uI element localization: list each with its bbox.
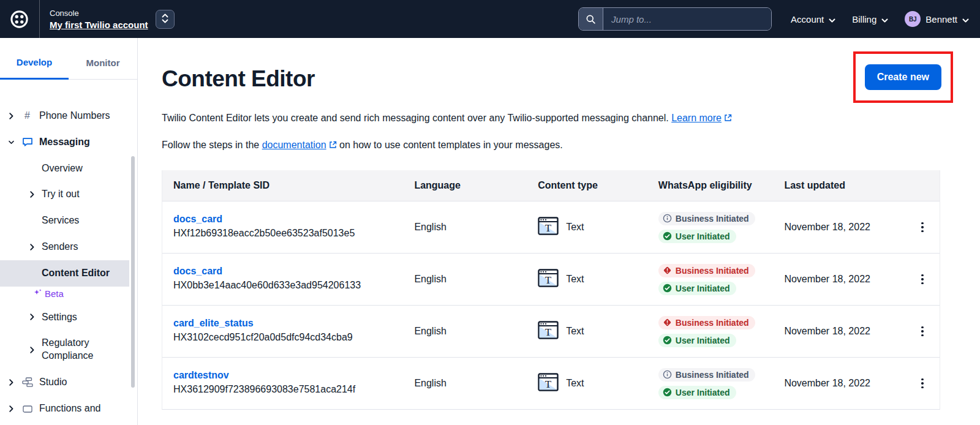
table-body: docs_card HXf12b69318eacc2b50ee63523af50… [162, 201, 940, 409]
template-name-link[interactable]: docs_card [173, 214, 222, 224]
user-initiated-badge: User Initiated [658, 334, 736, 347]
table-header-row: Name / Template SID Language Content typ… [162, 170, 940, 201]
name-sid-cell: card_elite_status HX3102cecd951cf20a0d5d… [162, 318, 403, 344]
template-name-link[interactable]: cardtestnov [173, 370, 229, 380]
tab-monitor[interactable]: Monitor [69, 38, 137, 79]
table-row: cardtestnov HX3612909f723896693083e7581a… [162, 357, 940, 409]
main-content: Create new Content Editor Twilio Content… [138, 38, 980, 425]
last-updated-cell: November 18, 2022 [773, 378, 905, 389]
badge-label: Business Initiated [676, 266, 749, 276]
sidebar-item-label: Regulatory Compliance [42, 337, 121, 363]
check-circle-icon [663, 388, 672, 397]
chevron-right-icon [29, 244, 35, 250]
alert-diamond-icon [663, 318, 672, 327]
sidebar-item-label: Settings [42, 311, 77, 324]
avatar: BJ [905, 11, 921, 27]
account-block: Console My first Twilio account [50, 9, 148, 30]
whatsapp-eligibility-cell: Business Initiated User Initiated [647, 361, 774, 407]
column-header: WhatsApp eligibility [647, 170, 774, 201]
console-label: Console [50, 9, 148, 18]
search-input[interactable] [603, 8, 771, 30]
badge-label: Business Initiated [676, 370, 749, 380]
template-sid: HX0bb3e14aac40e60d633e3ad954206133 [173, 279, 377, 292]
sidebar-item-content-editor[interactable]: Content Editor [0, 260, 129, 287]
business-initiated-badge: Business Initiated [658, 316, 755, 329]
account-name-link[interactable]: My first Twilio account [50, 20, 148, 30]
sidebar-item-services[interactable]: Services [0, 208, 129, 234]
row-actions-cell [905, 271, 940, 288]
badge-label: Business Initiated [676, 214, 749, 224]
sidebar-item-label: Services [42, 214, 79, 227]
intro-paragraph-2: Follow the steps in the documentation on… [162, 138, 980, 153]
alert-diamond-icon [663, 266, 672, 275]
column-header: Last updated [773, 170, 905, 201]
last-updated-cell: November 18, 2022 [773, 326, 905, 337]
check-circle-icon [663, 231, 672, 241]
whatsapp-eligibility-cell: Business Initiated User Initiated [647, 205, 774, 250]
sidebar-item-functions[interactable]: Functions and [0, 396, 129, 422]
template-name-link[interactable]: docs_card [173, 266, 222, 276]
name-sid-cell: cardtestnov HX3612909f723896693083e7581a… [162, 370, 403, 396]
chevron-down-icon [881, 14, 888, 24]
sidebar-item-overview[interactable]: Overview [0, 156, 129, 182]
chevron-right-icon [29, 314, 35, 320]
table-row: docs_card HX0bb3e14aac40e60d633e3ad95420… [162, 253, 940, 305]
sidebar-item-try-it-out[interactable]: Try it out [0, 181, 129, 208]
documentation-label: documentation [262, 140, 326, 150]
template-name-link[interactable]: card_elite_status [173, 318, 254, 328]
kebab-menu-icon[interactable] [918, 219, 927, 236]
sidebar-item-regulatory-compliance[interactable]: Regulatory Compliance [0, 330, 129, 369]
sidebar-item-label: Messaging [39, 136, 90, 149]
content-type-cell: T Text [527, 217, 647, 238]
svg-text:T: T [545, 326, 552, 338]
chat-icon [21, 137, 33, 147]
external-link-icon [329, 138, 337, 153]
sidebar-tabs: Develop Monitor [0, 38, 137, 80]
billing-menu-button[interactable]: Billing [852, 14, 888, 24]
text-content-icon: T [538, 217, 559, 238]
kebab-menu-icon[interactable] [918, 323, 927, 340]
billing-menu-label: Billing [852, 14, 876, 24]
account-menu-button[interactable]: Account [791, 14, 835, 24]
template-sid: HXf12b69318eacc2b50ee63523af5013e5 [173, 227, 377, 240]
check-circle-icon [663, 336, 672, 345]
hash-icon: # [21, 110, 33, 121]
content-type-cell: T Text [527, 321, 647, 342]
text-content-icon: T [538, 269, 559, 290]
badge-label: User Initiated [676, 336, 730, 345]
studio-icon [21, 377, 33, 387]
table-row: card_elite_status HX3102cecd951cf20a0d5d… [162, 305, 940, 357]
sidebar-item-settings[interactable]: Settings [0, 304, 129, 331]
learn-more-label: Learn more [671, 113, 722, 123]
language-cell: English [403, 326, 527, 337]
tab-develop[interactable]: Develop [0, 38, 69, 80]
user-menu-button[interactable]: BJ Bennett [905, 11, 969, 27]
sidebar-item-studio[interactable]: Studio [0, 369, 129, 396]
svg-text:T: T [545, 378, 552, 390]
account-switcher-icon [162, 13, 168, 25]
sidebar-item-senders[interactable]: Senders [0, 234, 129, 260]
language-cell: English [403, 378, 527, 389]
last-updated-cell: November 18, 2022 [773, 274, 905, 285]
content-type-label: Text [566, 274, 584, 285]
badge-label: Business Initiated [676, 318, 749, 328]
sidebar-scrollbar[interactable] [131, 156, 135, 388]
template-sid: HX3612909f723896693083e7581aca214f [173, 383, 377, 396]
chevron-right-icon [29, 191, 35, 198]
create-new-button[interactable]: Create new [865, 64, 941, 90]
kebab-menu-icon[interactable] [918, 375, 927, 393]
documentation-link[interactable]: documentation [262, 140, 337, 150]
business-initiated-badge: Business Initiated [658, 264, 755, 277]
intro-paragraph-1: Twilio Content Editor lets you create an… [162, 111, 980, 126]
sidebar-item-messaging[interactable]: Messaging [0, 129, 129, 156]
functions-icon [21, 404, 33, 413]
svg-text:T: T [545, 274, 552, 286]
business-initiated-badge: Business Initiated [658, 368, 755, 382]
business-initiated-badge: Business Initiated [658, 212, 755, 225]
sidebar-item-phone-numbers[interactable]: # Phone Numbers [0, 103, 129, 129]
account-switcher-button[interactable] [156, 10, 175, 29]
kebab-menu-icon[interactable] [918, 271, 927, 288]
name-sid-cell: docs_card HXf12b69318eacc2b50ee63523af50… [162, 214, 403, 240]
learn-more-link[interactable]: Learn more [671, 113, 732, 123]
whatsapp-eligibility-cell: Business Initiated User Initiated [647, 257, 774, 303]
